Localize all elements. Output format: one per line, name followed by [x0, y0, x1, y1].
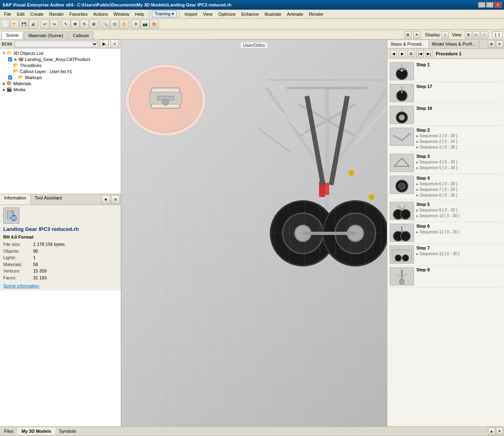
menu-edit[interactable]: Edit: [15, 11, 27, 17]
svg-line-25: [258, 128, 291, 153]
proc-nav2[interactable]: ▶|: [425, 50, 433, 57]
toolbar-select[interactable]: ↖: [61, 20, 70, 29]
step-info-16: Step 16: [416, 106, 502, 111]
tab-steps-procedures[interactable]: Steps & Proced...: [387, 40, 429, 48]
minimize-button[interactable]: –: [478, 2, 485, 8]
toolbar-zoom[interactable]: 🔍: [101, 20, 110, 29]
tab-extra-btn2[interactable]: ✕: [413, 31, 420, 38]
bottom-close-btn[interactable]: ✕: [496, 428, 503, 435]
tree-label-thrust: Thrustlines: [20, 63, 42, 68]
proc-nav1[interactable]: |◀: [416, 50, 424, 57]
proc-fwd-btn[interactable]: ▶: [399, 50, 406, 57]
info-close-btn[interactable]: ✕: [111, 195, 120, 204]
menu-optimize[interactable]: Optimize: [216, 11, 238, 17]
step-item-16[interactable]: Step 16: [389, 104, 502, 126]
bom-select[interactable]: [15, 41, 98, 47]
menu-render2[interactable]: Render: [307, 11, 326, 17]
tree-label-markups: Markups: [25, 75, 42, 80]
bottom-tab-symbols[interactable]: Symbols: [55, 428, 80, 435]
toolbar-print[interactable]: 🖨: [29, 20, 38, 29]
viewport[interactable]: User/Ortho: [121, 40, 387, 426]
toolbar-open[interactable]: 📂: [10, 20, 19, 29]
step-item-4[interactable]: Step 4 ▸ Sequence-6 [ 0 - 30 ] ▸ Sequenc…: [389, 174, 502, 200]
tab-callouts[interactable]: Callouts: [68, 31, 93, 39]
step-item-8[interactable]: Step 8: [389, 266, 502, 287]
scene-info-link[interactable]: Scene information: [3, 283, 39, 288]
landing-gear-svg: [186, 56, 387, 290]
menu-render[interactable]: Render: [47, 11, 66, 17]
toolbar-rotate[interactable]: ↻: [80, 20, 89, 29]
toolbar-move[interactable]: ✥: [71, 20, 80, 29]
view-btn2[interactable]: ▷: [473, 31, 480, 38]
tree-expand-mat: ▶: [2, 82, 6, 86]
menu-create[interactable]: Create: [28, 11, 46, 17]
menu-favorites[interactable]: Favorites: [67, 11, 90, 17]
proc-back-btn[interactable]: ◀: [390, 50, 397, 57]
toolbar-redo[interactable]: ↪: [50, 20, 59, 29]
tree-checkbox-landing[interactable]: [8, 57, 12, 61]
step-item-7[interactable]: Step 7 ▸ Sequence-12 [ 0 - 30 ]: [389, 244, 502, 266]
toolbar-new[interactable]: 📄: [1, 20, 10, 29]
display-btn[interactable]: |: [441, 31, 449, 38]
step-item-5[interactable]: Step 5 ▸ Sequence-9 [ 0 - 30 ] ▸ Sequenc…: [389, 200, 502, 222]
proc-grid-btn[interactable]: ⊞: [407, 50, 415, 57]
menu-window[interactable]: Window: [111, 11, 132, 17]
tab-scene[interactable]: Scene: [2, 31, 23, 39]
bottom-collapse-btn[interactable]: ▲: [488, 428, 495, 435]
tree-node-media[interactable]: ▶ 🎬 Media: [2, 86, 119, 92]
bom-add-btn[interactable]: +: [110, 40, 119, 48]
step-item-3[interactable]: Step 3 ▸ Sequence-4 [ 0 - 30 ] ▸ Sequenc…: [389, 152, 502, 174]
view-btn3[interactable]: □: [481, 31, 488, 38]
window-controls: – □ ✕: [478, 2, 502, 8]
toolbar-fit[interactable]: ⊡: [110, 20, 119, 29]
tree-node-thrust[interactable]: 📂 Thrustlines: [2, 62, 119, 68]
toolbar-undo[interactable]: ↩: [40, 20, 49, 29]
menu-file[interactable]: File: [2, 11, 14, 17]
menu-view[interactable]: View: [200, 11, 215, 17]
close-button[interactable]: ✕: [494, 2, 502, 8]
menu-enhance[interactable]: Enhance: [239, 11, 261, 17]
tree-node-callout[interactable]: 📂 Callout Layer - User list #1: [2, 68, 119, 74]
tab-materials[interactable]: Materials (Scene): [24, 31, 67, 39]
tree-node-landing-gear[interactable]: ▶ 📦 Landing_Gear_Assy.CATProduct: [2, 56, 119, 62]
info-tab-tool[interactable]: Tool Assistant: [31, 194, 66, 205]
tab-extra-btn1[interactable]: ⊞: [404, 31, 412, 38]
tree-expand-icon2: ▶: [13, 57, 18, 61]
tree-node-materials[interactable]: ▶ 🎨 Materials: [2, 80, 119, 86]
toolbar-scale[interactable]: ⊞: [89, 20, 98, 29]
view-btn1[interactable]: ⊞: [465, 31, 472, 38]
step-item-17[interactable]: Step 17: [389, 82, 502, 104]
right-tab-close[interactable]: ✕: [496, 40, 503, 48]
menu-illustrate[interactable]: Illustrate: [262, 11, 284, 17]
step-item-6[interactable]: Step 6 ▸ Sequence-11 [ 0 - 30 ]: [389, 222, 502, 244]
tree-node-3dobjects[interactable]: ▼ 📁 3D Objects List: [2, 50, 119, 56]
bottom-tab-my3dmodels[interactable]: My 3D Models: [17, 428, 55, 435]
menu-animate[interactable]: Animate: [285, 11, 306, 17]
info-collapse-btn[interactable]: ▼: [101, 195, 110, 204]
toolbar-light[interactable]: ☀: [131, 20, 140, 29]
bottom-tab-files[interactable]: Files: [0, 428, 17, 435]
menu-separator2: [179, 11, 180, 17]
toolbar-material[interactable]: 🎨: [150, 20, 159, 29]
toolbar-save[interactable]: 💾: [19, 20, 28, 29]
tree-checkbox-markups[interactable]: [8, 75, 12, 80]
menu-help[interactable]: Help: [132, 11, 147, 17]
toolbar-camera[interactable]: 📷: [141, 20, 149, 29]
step-item-2[interactable]: Step 2 ▸ Sequence-1 [ 0 - 30 ] ▸ Sequenc…: [389, 126, 502, 152]
svg-point-28: [349, 170, 354, 176]
toolbar-pan[interactable]: 🖐: [120, 20, 128, 29]
maximize-button[interactable]: □: [486, 2, 494, 8]
menu-actions[interactable]: Actions: [91, 11, 110, 17]
menu-import[interactable]: Import: [182, 11, 200, 17]
bom-nav-btn[interactable]: ▶: [100, 40, 109, 48]
bottom-panel: Files My 3D Models Symbols ▲ ✕ ◀ ▶ ▲ 🏠 ⊟…: [0, 426, 504, 436]
svg-point-56: [401, 210, 410, 219]
tab-model-views[interactable]: Model Views & Portf...: [429, 40, 479, 48]
toolbar-sep3: [99, 20, 100, 28]
svg-point-47: [401, 139, 403, 141]
step-item-1[interactable]: Step 1: [389, 61, 502, 82]
info-tab-information[interactable]: Information: [0, 194, 31, 205]
menu-training[interactable]: Training ▾: [152, 10, 177, 17]
tree-node-markups[interactable]: 📂 Markups: [2, 74, 119, 80]
right-tab-btn1[interactable]: ⊞: [488, 40, 495, 48]
